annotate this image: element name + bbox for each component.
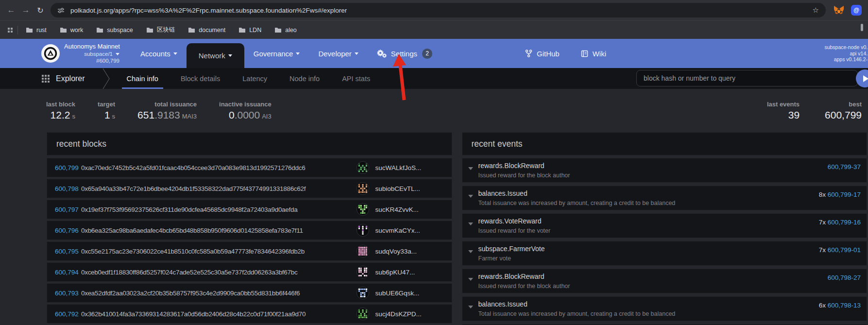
block-author[interactable]: sucWALkfJoS... — [356, 161, 452, 174]
block-row: 600,7960xb6ea325ac98ba6aedafec4bcb65bd48… — [47, 221, 452, 240]
chain-logo[interactable] — [41, 44, 60, 63]
block-author[interactable]: sub6pKU47... — [356, 265, 452, 279]
expand-toggle-icon[interactable] — [468, 306, 473, 308]
wiki-link[interactable]: Wiki — [581, 50, 606, 58]
author-identicon[interactable] — [356, 265, 370, 279]
event-row: balances.IssuedTotal issuance was increa… — [462, 186, 868, 210]
block-number-link[interactable]: 600,793 — [47, 290, 80, 297]
bookmark-item-3[interactable]: 区块链 — [146, 26, 175, 34]
stat-value: 0.0000AI3 — [219, 109, 272, 121]
author-name: subUE6Gqsk... — [375, 290, 420, 297]
author-identicon[interactable] — [356, 182, 370, 195]
block-number-link[interactable]: 600,792 — [47, 310, 80, 318]
author-identicon[interactable] — [356, 286, 370, 300]
menu-item-developer[interactable]: Developer — [309, 39, 367, 68]
block-author[interactable]: sucj4DsKZPD... — [356, 307, 452, 321]
bookmark-label: 区块链 — [157, 26, 175, 34]
chain-name: Autonomys Mainnet — [64, 43, 119, 51]
menu-item-label: Developer — [318, 50, 351, 58]
block-row: 600,7930xea52dfdf2aa03023a2cf20b35b58757… — [47, 283, 452, 303]
block-number-link[interactable]: 600,796 — [47, 227, 80, 234]
explorer-content: recent blocks 600,7990xac70edc7452b5c42a… — [47, 132, 867, 325]
stat-frac: .0000 — [235, 109, 260, 120]
author-identicon[interactable] — [356, 203, 370, 216]
scrollbar-thumb[interactable] — [861, 24, 863, 31]
site-info-icon[interactable] — [57, 7, 65, 14]
block-number-link[interactable]: 600,797 — [47, 206, 80, 213]
author-identicon[interactable] — [356, 223, 370, 237]
author-name: sucvmKaCYx... — [375, 227, 420, 234]
tab-chain-info[interactable]: Chain info — [127, 68, 158, 89]
tab-node-info[interactable]: Node info — [289, 68, 320, 89]
event-block-link[interactable]: 600,799-37 — [828, 163, 861, 171]
metamask-extension-icon[interactable] — [834, 5, 844, 15]
chain-spec-selector[interactable]: subspace/1 — [64, 51, 119, 57]
event-block-link[interactable]: 600,799-17 — [828, 191, 861, 198]
block-author[interactable]: sudqVoy33a... — [356, 244, 452, 258]
block-author[interactable]: subUE6Gqsk... — [356, 286, 452, 300]
forward-button[interactable]: → — [18, 5, 33, 15]
back-button[interactable]: ← — [4, 5, 18, 15]
block-author[interactable]: subiobCEvTL... — [356, 182, 452, 195]
stat-total-issuance: total issuance651.9183MAI3 — [137, 101, 197, 121]
chain-info[interactable]: Autonomys Mainnet subspace/1 #600,799 — [64, 43, 119, 65]
bookmark-label: rust — [36, 27, 47, 34]
block-row: 600,7940xceb0edf1f18830ff86d5257f024c7ad… — [47, 262, 452, 282]
event-block-link[interactable]: 600,798-27 — [828, 274, 861, 281]
event-name: balances.Issued — [478, 189, 809, 197]
author-identicon[interactable] — [356, 161, 370, 174]
menu-item-network[interactable]: Network — [187, 43, 244, 68]
github-link[interactable]: GitHub — [525, 50, 560, 58]
bookmark-item-2[interactable]: subspace — [96, 27, 133, 34]
version-info: subspace-node v0.1 api v14.3 apps v0.146… — [824, 44, 868, 63]
event-reference: 7x 600,799-01 — [819, 246, 861, 254]
header-best-block: #600,799 — [64, 57, 119, 64]
author-identicon[interactable] — [356, 307, 370, 321]
search-input[interactable] — [636, 70, 858, 86]
event-description: Total issuance was increased by amount, … — [478, 200, 809, 206]
block-number-link[interactable]: 600,795 — [47, 248, 80, 255]
folder-icon — [274, 27, 282, 33]
event-block-link[interactable]: 600,798-13 — [828, 302, 861, 309]
bookmarks-divider — [17, 26, 18, 34]
chevron-down-icon — [296, 52, 300, 55]
bookmark-item-5[interactable]: LDN — [238, 27, 261, 34]
expand-toggle-icon[interactable] — [468, 222, 473, 225]
menu-item-governance[interactable]: Governance — [244, 39, 309, 68]
tab-latency[interactable]: Latency — [242, 68, 267, 89]
bookmark-item-4[interactable]: document — [188, 27, 225, 34]
block-row: 600,7980x65a940a33b47c72e1b6dbee4204db1f… — [47, 179, 452, 198]
menu-item-settings[interactable]: Settings2 — [368, 39, 442, 68]
reload-button[interactable]: ↻ — [33, 6, 48, 15]
tab-block-details[interactable]: Block details — [181, 68, 220, 89]
bookmark-label: aleo — [285, 27, 297, 34]
event-reference: 8x 600,799-17 — [819, 191, 861, 198]
bookmark-item-1[interactable]: work — [60, 27, 83, 34]
expand-toggle-icon[interactable] — [468, 195, 473, 198]
block-author[interactable]: sucKR4ZvvK... — [356, 203, 452, 216]
event-block-link[interactable]: 600,799-01 — [828, 246, 861, 254]
url-bar[interactable]: polkadot.js.org/apps/?rpc=wss%3A%2F%2Frp… — [51, 3, 826, 17]
expand-toggle-icon[interactable] — [468, 167, 473, 170]
chevron-down-icon — [355, 52, 358, 55]
tab-api-stats[interactable]: API stats — [342, 68, 370, 89]
explorer-section[interactable]: Explorer — [42, 74, 85, 83]
stat-best: best600,799 — [825, 101, 862, 121]
block-number-link[interactable]: 600,798 — [47, 185, 80, 192]
expand-toggle-icon[interactable] — [468, 250, 473, 253]
block-number-link[interactable]: 600,799 — [47, 164, 80, 171]
block-author[interactable]: sucvmKaCYx... — [356, 223, 452, 237]
block-hash: 0xea52dfdf2aa03023a2cf20b35b58757f953c4e… — [80, 290, 356, 297]
block-number-link[interactable]: 600,794 — [47, 269, 80, 276]
author-identicon[interactable] — [356, 244, 370, 258]
apps-grid-icon[interactable] — [8, 28, 13, 33]
stat-unit: s — [72, 113, 75, 120]
menu-item-accounts[interactable]: Accounts — [131, 39, 187, 68]
stat-inactive-issuance: inactive issuance0.0000AI3 — [219, 101, 272, 121]
bookmark-star-icon[interactable]: ☆ — [813, 6, 819, 15]
bookmark-item-0[interactable]: rust — [26, 27, 47, 34]
extension-icon[interactable]: @ — [851, 5, 862, 16]
bookmark-item-6[interactable]: aleo — [274, 27, 297, 34]
event-block-link[interactable]: 600,799-16 — [828, 219, 861, 226]
expand-toggle-icon[interactable] — [468, 278, 473, 281]
